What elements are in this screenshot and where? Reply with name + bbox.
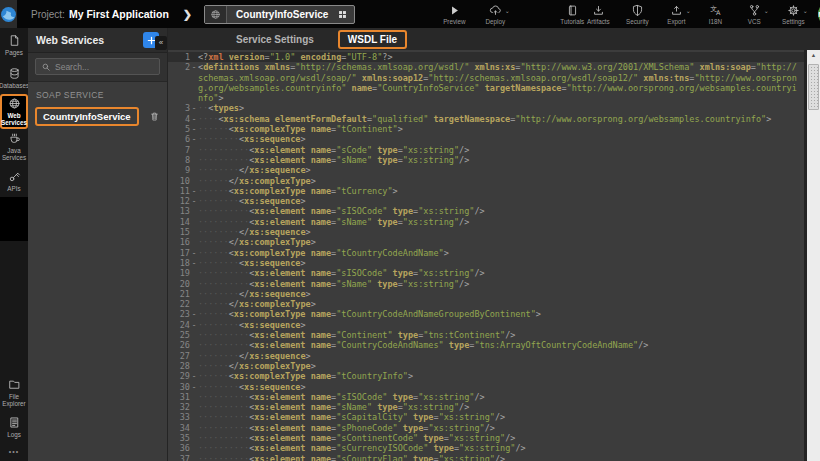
vcs-button[interactable]: ⌄ VCS <box>741 3 767 25</box>
code-area[interactable]: 1 <?xml version="1.0" encoding="UTF-8"?>… <box>168 50 804 461</box>
line-number: 30 <box>168 382 190 392</box>
app-logo[interactable] <box>0 0 17 28</box>
tutorials-button[interactable]: Tutorials <box>559 3 585 25</box>
sidebar-item-logs[interactable]: Logs <box>0 410 28 443</box>
line-number: 32 <box>168 402 190 412</box>
api-key-icon <box>8 170 21 183</box>
fold-marker[interactable]: - <box>190 114 198 124</box>
tab-wsdl-file[interactable]: WSDL File <box>338 30 407 49</box>
sidebar-item-java-services[interactable]: Java Services <box>0 129 28 164</box>
fold-marker[interactable]: - <box>190 134 198 144</box>
code-line: 18 - ········<xs:sequence> <box>168 258 804 268</box>
code-line: 23 - ······<xs:complexType name="tCountr… <box>168 309 804 319</box>
pages-icon <box>8 34 21 47</box>
i18n-button[interactable]: 文A I18N <box>702 3 728 25</box>
line-number: 17 <box>168 248 190 258</box>
grid-icon[interactable] <box>337 9 354 20</box>
editor-scrollbar[interactable]: ▲ <box>804 50 820 461</box>
fold-marker[interactable]: - <box>190 309 198 319</box>
main-content: Service Settings WSDL File 1 <?xml versi… <box>168 28 820 461</box>
logs-file-icon <box>8 416 21 429</box>
code-line: 22 ······</xs:complexType> <box>168 299 804 309</box>
line-number: 28 <box>168 361 190 371</box>
line-number: 14 <box>168 217 190 227</box>
line-number: 12 <box>168 196 190 206</box>
sidebar-item-apis[interactable]: APIs <box>0 164 28 197</box>
line-number: 18 <box>168 258 190 268</box>
search-input[interactable] <box>55 62 154 72</box>
artifacts-button[interactable]: Artifacts <box>585 3 611 25</box>
line-number: 9 <box>168 165 190 175</box>
collapse-panel-button[interactable]: « <box>155 36 167 50</box>
code-line: 7 ··········<xs:element name="sCode" typ… <box>168 145 804 155</box>
line-number: 8 <box>168 155 190 165</box>
fold-marker[interactable]: - <box>190 320 198 330</box>
fold-marker[interactable]: - <box>190 103 198 113</box>
fold-marker[interactable]: - <box>190 62 198 72</box>
fold-marker[interactable]: - <box>190 124 198 134</box>
line-number: 2 <box>168 62 190 72</box>
workspace-body: Pages Databases Web Services Java Servic… <box>0 28 820 461</box>
caret-down-icon: ⌄ <box>803 7 808 14</box>
scroll-thumb[interactable] <box>808 64 819 110</box>
code-line: 13 ··········<xs:element name="sISOCode"… <box>168 206 804 216</box>
tab-service-settings[interactable]: Service Settings <box>228 32 322 47</box>
sidebar-item-databases[interactable]: Databases <box>0 61 28 94</box>
panel-header: Web Services <box>28 28 167 53</box>
i18n-translate-icon: 文A <box>709 4 722 17</box>
fold-marker[interactable]: - <box>190 186 198 196</box>
fold-marker[interactable]: - <box>190 196 198 206</box>
code-line: 37 ··········<xs:element name="sCountryF… <box>168 454 804 461</box>
sidebar-item-web-services[interactable]: Web Services <box>0 94 28 129</box>
deploy-cloud-icon <box>489 4 502 17</box>
app-root: Project: My First Application ❯ CountryI… <box>0 0 820 461</box>
line-number: 37 <box>168 454 190 461</box>
code-line: 34 ··········<xs:element name="sPhoneCod… <box>168 423 804 433</box>
code-line: 36 ··········<xs:element name="sCurrency… <box>168 443 804 453</box>
fold-marker[interactable]: - <box>190 382 198 392</box>
line-number: 24 <box>168 320 190 330</box>
trash-icon[interactable] <box>149 111 160 122</box>
scroll-up-arrow[interactable]: ▲ <box>807 50 820 61</box>
play-icon <box>448 4 461 17</box>
sidebar-item-label: Web Services <box>0 112 28 126</box>
search-box[interactable] <box>35 58 160 75</box>
code-line: 2 - <definitions xmlns="http://schemas.x… <box>168 62 804 103</box>
fold-marker[interactable]: - <box>190 258 198 268</box>
settings-button[interactable]: ⌄ Settings <box>780 3 806 25</box>
code-line: 25 ··········<xs:element name="Continent… <box>168 330 804 340</box>
code-line: 28 ······</xs:complexType> <box>168 361 804 371</box>
security-shield-icon <box>631 4 644 17</box>
service-list-item[interactable]: CountryInfoService <box>28 105 167 128</box>
line-number: 15 <box>168 227 190 237</box>
line-number: 36 <box>168 443 190 453</box>
line-number: 26 <box>168 340 190 350</box>
vcs-branch-icon <box>748 4 761 17</box>
code-line: 30 - ········<xs:sequence> <box>168 382 804 392</box>
service-tab[interactable]: CountryInfoService <box>204 5 355 24</box>
line-number: 10 <box>168 176 190 186</box>
code-line: 1 <?xml version="1.0" encoding="UTF-8"?> <box>168 52 804 62</box>
fold-marker[interactable]: - <box>190 248 198 258</box>
service-item-label: CountryInfoService <box>35 107 139 126</box>
line-number: 20 <box>168 279 190 289</box>
caret-down-icon: ⌄ <box>505 7 510 14</box>
sidebar-item-label: Logs <box>7 431 21 438</box>
preview-button[interactable]: Preview <box>441 3 467 25</box>
deploy-button[interactable]: ⌄ Deploy <box>482 3 508 25</box>
line-number: 3 <box>168 103 190 113</box>
sidebar-item-label: File Explorer <box>0 393 28 407</box>
coffee-icon <box>8 132 21 145</box>
sidebar-item-label: Pages <box>5 49 23 56</box>
sidebar-item-pages[interactable]: Pages <box>0 28 28 61</box>
database-icon <box>8 67 21 80</box>
artifacts-label: Artifacts <box>587 18 610 25</box>
topbar: Project: My First Application ❯ CountryI… <box>0 0 820 28</box>
sidebar-item-file-explorer[interactable]: File Explorer <box>0 375 28 410</box>
fold-marker[interactable]: - <box>190 371 198 381</box>
sidebar-overflow-button[interactable]: ••• <box>0 443 28 461</box>
toolbar-left: Preview ⌄ Deploy Tutorials <box>441 3 585 25</box>
export-button[interactable]: ⌄ Export <box>663 3 689 25</box>
search-icon <box>41 62 51 72</box>
security-button[interactable]: Security <box>624 3 650 25</box>
